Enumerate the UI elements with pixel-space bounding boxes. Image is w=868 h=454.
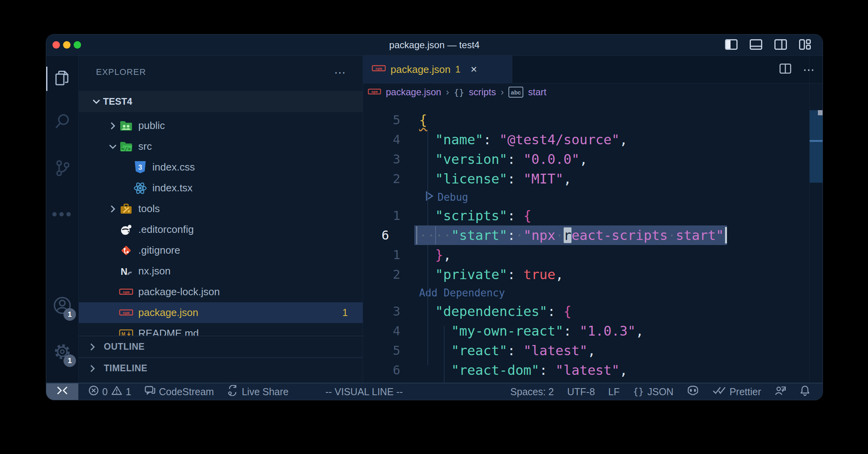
split-editor-icon[interactable] [779,64,791,75]
encoding-status[interactable]: UTF-8 [561,383,602,400]
scrollbar-thumb[interactable] [810,110,823,183]
npm-icon: npm [368,87,381,98]
indentation-status[interactable]: Spaces: 2 [504,383,561,400]
breadcrumb-scripts[interactable]: scripts [469,87,496,98]
zoom-window-button[interactable] [74,41,81,49]
customize-layout-icon[interactable] [799,39,811,50]
toggle-sidebar-icon[interactable] [725,39,738,50]
live-share-icon [227,385,238,398]
sidebar-sections: OUTLINE TIMELINE [79,336,363,383]
npm-icon: npm [119,306,133,320]
timeline-section-header[interactable]: TIMELINE [79,357,363,379]
svg-text:N: N [121,266,127,277]
file-label: package.json [138,307,198,319]
line-number: 6 [363,363,400,378]
codelens-debug[interactable]: Debug [363,189,823,206]
tree-item-index-css[interactable]: 3 index.css [79,157,363,178]
file-label: public [138,120,165,132]
layout-controls [725,39,811,50]
search-activity-button[interactable] [46,107,78,137]
outline-section-header[interactable]: OUTLINE [79,336,363,357]
language-mode-status[interactable]: {} JSON [626,383,680,400]
code-area[interactable]: 5{ 4 "name": "@test4/source", 3 "version… [363,101,823,383]
copilot-status[interactable] [680,383,706,400]
vscode-window: package.json — test4 ••• 1 [46,35,823,400]
settings-badge: 1 [63,354,76,367]
explorer-activity-button[interactable] [46,64,78,94]
tab-package-json[interactable]: npm package.json 1 × [363,56,512,83]
line-number: 2 [363,267,400,282]
code-line: 4 "my-own-react": "1.0.3", [363,321,823,341]
remote-indicator[interactable] [46,383,78,400]
block-cursor: r [564,227,571,243]
selection-end-caret [725,227,727,243]
settings-button[interactable]: 1 [46,337,78,368]
line-number: 3 [363,304,400,319]
window-title: package.json — test4 [389,40,480,51]
status-bar: 0 1 CodeStream Live Share -- VISUAL LINE… [46,383,823,400]
editor-group: npm package.json 1 × ⋯ npm package.json … [363,56,823,383]
chevron-down-icon [90,99,103,104]
sidebar-more-actions[interactable]: ⋯ [334,65,347,79]
accounts-button[interactable]: 1 [46,291,78,321]
feedback-status[interactable] [768,383,793,400]
sidebar-header: EXPLORER ⋯ [79,56,363,89]
remote-icon [56,385,68,398]
css3-icon: 3 [134,161,147,174]
svg-text:npm: npm [371,90,378,94]
string-symbol-icon: abc [508,87,523,98]
live-share-status[interactable]: Live Share [221,383,295,400]
screen: package.json — test4 ••• 1 [0,0,868,454]
folder-src-icon: </> [119,140,133,153]
file-tree: public </> src 3 index.css index.tsx [79,115,363,344]
chevron-right-icon [106,122,119,130]
encoding-label: UTF-8 [567,386,595,398]
tree-item-package-json[interactable]: npm package.json 1 [79,302,363,323]
minimize-window-button[interactable] [63,41,71,49]
breadcrumb-start[interactable]: start [528,87,546,98]
git-icon [119,244,133,257]
code-line: 4 "name": "@test4/source", [363,130,823,149]
tree-item-package-lock[interactable]: npm package-lock.json [79,281,363,302]
breadcrumb-file[interactable]: package.json [386,87,441,98]
line-number: 3 [363,152,400,167]
copilot-icon [687,385,699,398]
explorer-sidebar: EXPLORER ⋯ TEST4 public </> src [79,56,363,383]
file-label: .editorconfig [138,223,194,236]
more-views-button[interactable]: ••• [46,199,78,229]
codelens-add-dependency[interactable]: Add Dependency [363,284,823,301]
split-editor-icon[interactable] [774,39,787,50]
tab-label: package.json [391,64,450,76]
notifications-status[interactable] [793,383,817,400]
codestream-status[interactable]: CodeStream [138,383,221,400]
eol-status[interactable]: LF [602,383,626,400]
line-number: 5 [363,113,400,127]
tree-item-gitignore[interactable]: .gitignore [79,240,363,261]
tree-item-nx-json[interactable]: N nx.json [79,261,363,281]
line-number: 5 [363,343,400,358]
tree-item-src[interactable]: </> src [79,136,363,157]
scrollbar-track [809,56,810,383]
codestream-icon [145,385,156,398]
vim-mode-label: -- VISUAL LINE -- [326,386,403,398]
file-label: src [138,140,152,153]
title-bar: package.json — test4 [46,35,823,56]
line-number: 4 [363,132,400,147]
tree-item-editorconfig[interactable]: .editorconfig [79,219,363,240]
folder-tools-icon [119,202,133,216]
search-icon [53,112,71,132]
prettier-status[interactable]: Prettier [706,383,768,400]
close-window-button[interactable] [52,41,60,49]
traffic-lights [52,41,81,49]
source-control-activity-button[interactable] [46,154,78,184]
tree-item-public[interactable]: public [79,115,363,136]
problems-status[interactable]: 0 1 [78,383,138,400]
vim-mode-indicator[interactable]: -- VISUAL LINE -- [319,383,410,400]
close-tab-icon[interactable]: × [471,64,477,75]
svg-text:npm: npm [123,290,129,294]
tree-item-tools[interactable]: tools [79,198,363,219]
tree-item-index-tsx[interactable]: index.tsx [79,178,363,198]
tree-root-test4[interactable]: TEST4 [79,91,363,112]
toggle-panel-icon[interactable] [750,39,762,50]
active-indent-guide [435,226,436,244]
